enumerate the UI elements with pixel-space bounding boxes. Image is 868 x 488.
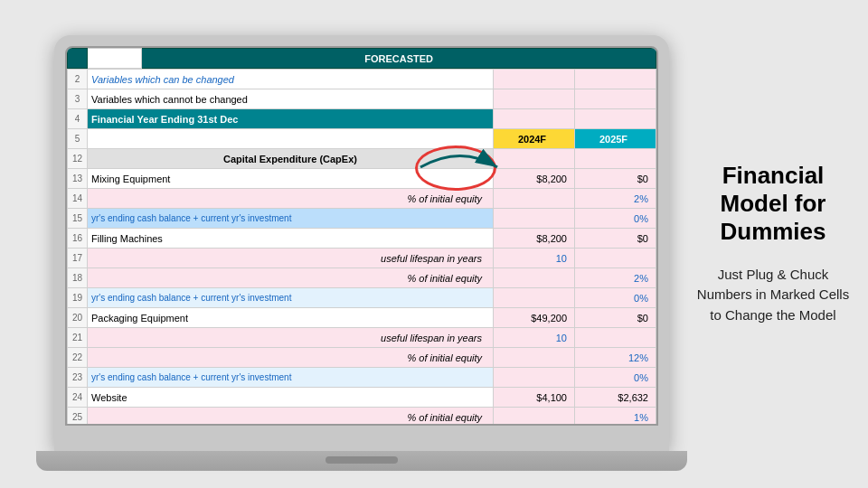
row-num xyxy=(68,49,88,69)
row-label: Filling Machines xyxy=(88,229,494,249)
row-val2 xyxy=(575,328,656,348)
forecasted-label: FORECASTED xyxy=(142,49,656,69)
row-val2: 0% xyxy=(575,209,656,229)
row-number: 13 xyxy=(68,169,88,189)
row-number: 18 xyxy=(68,268,88,288)
table-row: 21useful lifespan in years10 xyxy=(68,328,656,348)
row-val1 xyxy=(494,348,575,368)
right-panel-subtitle: Just Plug & Chuck Numbers in Marked Cell… xyxy=(696,265,850,326)
row-val2: 0% xyxy=(575,368,656,388)
right-panel: Financial Model for Dummies Just Plug & … xyxy=(696,162,850,325)
spreadsheet: FORECASTED 2Variables which can be chang… xyxy=(67,48,656,424)
row-number: 20 xyxy=(68,308,88,328)
row-val2: $0 xyxy=(575,229,656,249)
row-val1 xyxy=(494,109,575,129)
row-val1 xyxy=(494,268,575,288)
rows-container: 2Variables which can be changed3Variable… xyxy=(67,69,656,424)
row-label: useful lifespan in years xyxy=(88,249,494,268)
row-val2: 0% xyxy=(575,288,656,308)
row-val1: $49,200 xyxy=(494,308,575,328)
row-val2 xyxy=(575,109,656,129)
table-row: 19yr's ending cash balance + current yr'… xyxy=(68,288,656,308)
row-label: Variables which cannot be changed xyxy=(88,89,494,109)
row-val2: 2% xyxy=(575,189,656,209)
row-val2 xyxy=(575,149,656,169)
row-val1: 10 xyxy=(494,328,575,348)
table-row: 22% of initial equity12% xyxy=(68,348,656,368)
row-number: 21 xyxy=(68,328,88,348)
laptop-screen-area: FORECASTED 2Variables which can be chang… xyxy=(54,35,669,451)
table-row: 17useful lifespan in years10 xyxy=(68,249,656,268)
table-row: 15yr's ending cash balance + current yr'… xyxy=(68,209,656,229)
row-number: 4 xyxy=(68,109,88,129)
row-number: 25 xyxy=(68,408,88,425)
scene: FORECASTED 2Variables which can be chang… xyxy=(0,0,868,488)
row-val1 xyxy=(494,209,575,229)
table-row: 16Filling Machines$8,200$0 xyxy=(68,229,656,249)
row-number: 5 xyxy=(68,129,88,149)
row-val2: $0 xyxy=(575,169,656,189)
row-val1: $4,100 xyxy=(494,388,575,408)
row-val1 xyxy=(494,288,575,308)
row-number: 22 xyxy=(68,348,88,368)
row-number: 12 xyxy=(68,149,88,169)
table-row: 2Variables which can be changed xyxy=(68,70,656,89)
row-number: 14 xyxy=(68,189,88,209)
table-row: 23yr's ending cash balance + current yr'… xyxy=(68,368,656,388)
row-number: 15 xyxy=(68,209,88,229)
table-row: 18% of initial equity2% xyxy=(68,268,656,288)
row-val1 xyxy=(494,408,575,425)
table-row: 14% of initial equity2% xyxy=(68,189,656,209)
laptop-base xyxy=(36,451,687,471)
empty-header-cell xyxy=(88,49,142,69)
table-row: 3Variables which cannot be changed xyxy=(68,89,656,109)
row-val2 xyxy=(575,70,656,89)
table-row: 52024F2025F xyxy=(68,129,656,149)
row-val1: 10 xyxy=(494,249,575,268)
row-val2 xyxy=(575,249,656,268)
row-label: yr's ending cash balance + current yr's … xyxy=(88,209,494,229)
row-label: Variables which can be changed xyxy=(88,70,494,89)
row-number: 16 xyxy=(68,229,88,249)
row-val2: 2% xyxy=(575,268,656,288)
row-label: Website xyxy=(88,388,494,408)
row-number: 23 xyxy=(68,368,88,388)
row-val1: $8,200 xyxy=(494,229,575,249)
forecasted-header-row: FORECASTED xyxy=(68,49,656,69)
screen-content: FORECASTED 2Variables which can be chang… xyxy=(65,46,658,426)
row-number: 3 xyxy=(68,89,88,109)
row-number: 2 xyxy=(68,70,88,89)
row-number: 19 xyxy=(68,288,88,308)
row-label: % of initial equity xyxy=(88,408,494,425)
right-panel-title: Financial Model for Dummies xyxy=(696,162,850,247)
table-row: 20Packaging Equipment$49,200$0 xyxy=(68,308,656,328)
table-row: 4Financial Year Ending 31st Dec xyxy=(68,109,656,129)
row-number: 17 xyxy=(68,249,88,268)
row-val2: 2025F xyxy=(575,129,656,149)
table-row: 13Mixing Equipment$8,200$0 xyxy=(68,169,656,189)
row-label: yr's ending cash balance + current yr's … xyxy=(88,368,494,388)
row-val1 xyxy=(494,89,575,109)
row-val2: 1% xyxy=(575,408,656,425)
table-row: 24Website$4,100$2,632 xyxy=(68,388,656,408)
row-val2 xyxy=(575,89,656,109)
row-val1 xyxy=(494,368,575,388)
row-val1 xyxy=(494,70,575,89)
row-label: useful lifespan in years xyxy=(88,328,494,348)
arrow xyxy=(416,140,506,194)
row-label: % of initial equity xyxy=(88,348,494,368)
table-row: 12Capital Expenditure (CapEx) xyxy=(68,149,656,169)
row-val2: 12% xyxy=(575,348,656,368)
row-label: Packaging Equipment xyxy=(88,308,494,328)
row-label: Financial Year Ending 31st Dec xyxy=(88,109,494,129)
row-val2: $2,632 xyxy=(575,388,656,408)
table-row: 25% of initial equity1% xyxy=(68,408,656,425)
row-number: 24 xyxy=(68,388,88,408)
row-label: yr's ending cash balance + current yr's … xyxy=(88,288,494,308)
row-val2: $0 xyxy=(575,308,656,328)
row-label: % of initial equity xyxy=(88,268,494,288)
